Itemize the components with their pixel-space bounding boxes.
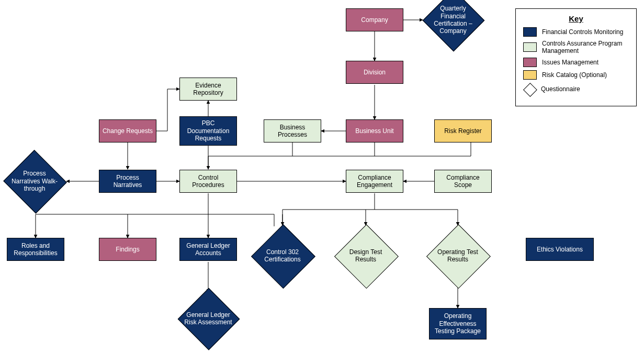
label: Ethics Violations xyxy=(537,246,583,253)
label: Operating Test Results xyxy=(426,224,489,287)
swatch-pink xyxy=(523,58,537,67)
node-division: Division xyxy=(346,61,403,84)
label: Compliance Engagement xyxy=(348,174,401,189)
flowchart-canvas: Company Quarterly Financial Certificatio… xyxy=(0,0,644,351)
legend: Key Financial Controls Monitoring Contro… xyxy=(515,8,637,106)
node-roles-and-responsibilities: Roles and Responsibilities xyxy=(7,238,64,261)
legend-row-issues-management: Issues Management xyxy=(523,58,629,67)
node-compliance-scope: Compliance Scope xyxy=(434,170,492,193)
node-findings: Findings xyxy=(99,238,156,261)
node-compliance-engagement: Compliance Engagement xyxy=(346,170,403,193)
label: Company xyxy=(361,16,388,24)
legend-row-questionnaire: Questionnaire xyxy=(523,83,629,95)
node-quarterly-financial-certification: Quarterly Financial Certification – Comp… xyxy=(423,0,483,50)
legend-row-risk-catalog: Risk Catalog (Optional) xyxy=(523,70,629,80)
label: Issues Management xyxy=(542,59,598,66)
node-process-narratives: Process Narratives xyxy=(99,170,156,193)
legend-row-financial-controls: Financial Controls Monitoring xyxy=(523,27,629,37)
label: Risk Catalog (Optional) xyxy=(542,71,607,79)
node-control-302-certifications: Control 302 Certifications xyxy=(251,224,314,287)
label: General Ledger Accounts xyxy=(182,242,234,257)
node-pbc-documentation-requests: PBC Documentation Requests xyxy=(179,116,237,146)
node-business-unit: Business Unit xyxy=(346,119,403,142)
label: Control Procedures xyxy=(182,174,234,189)
label: General Ledger Risk Assessment xyxy=(178,288,239,349)
node-change-requests: Change Requests xyxy=(99,119,156,142)
label: Risk Register xyxy=(444,127,481,135)
node-process-narratives-walkthrough: Process Narratives Walk-through xyxy=(3,151,66,212)
label: Operating Effectiveness Testing Package xyxy=(432,312,484,335)
label: Roles and Responsibilities xyxy=(9,242,62,257)
node-ethics-violations: Ethics Violations xyxy=(526,238,594,261)
node-general-ledger-accounts: General Ledger Accounts xyxy=(179,238,237,261)
swatch-navy xyxy=(523,27,537,37)
swatch-gold xyxy=(523,70,537,80)
label: Findings xyxy=(116,246,139,253)
node-operating-effectiveness-testing-package: Operating Effectiveness Testing Package xyxy=(429,308,487,339)
label: Controls Assurance Program Management xyxy=(542,40,629,54)
label: Financial Controls Monitoring xyxy=(542,28,623,36)
node-evidence-repository: Evidence Repository xyxy=(179,78,237,101)
node-operating-test-results: Operating Test Results xyxy=(426,224,489,287)
label: Questionnaire xyxy=(541,85,580,93)
legend-title: Key xyxy=(523,14,629,23)
node-general-ledger-risk-assessment: General Ledger Risk Assessment xyxy=(178,288,239,349)
label: PBC Documentation Requests xyxy=(182,119,234,142)
label: Evidence Repository xyxy=(182,82,234,97)
label: Business Unit xyxy=(355,127,393,135)
swatch-green xyxy=(523,42,537,52)
legend-row-controls-assurance: Controls Assurance Program Management xyxy=(523,40,629,54)
label: Process Narratives xyxy=(101,174,154,189)
label: Compliance Scope xyxy=(437,174,489,189)
label: Process Narratives Walk-through xyxy=(3,151,66,212)
node-design-test-results: Design Test Results xyxy=(334,224,397,287)
node-control-procedures: Control Procedures xyxy=(179,170,237,193)
label: Design Test Results xyxy=(334,224,397,287)
label: Control 302 Certifications xyxy=(251,224,314,287)
label: Quarterly Financial Certification – Comp… xyxy=(423,0,483,50)
node-company: Company xyxy=(346,8,403,31)
label: Change Requests xyxy=(103,127,153,135)
node-business-processes: Business Processes xyxy=(264,119,321,142)
node-risk-register: Risk Register xyxy=(434,119,492,142)
label: Business Processes xyxy=(266,124,319,139)
label: Division xyxy=(364,69,386,76)
swatch-diamond xyxy=(523,83,536,95)
